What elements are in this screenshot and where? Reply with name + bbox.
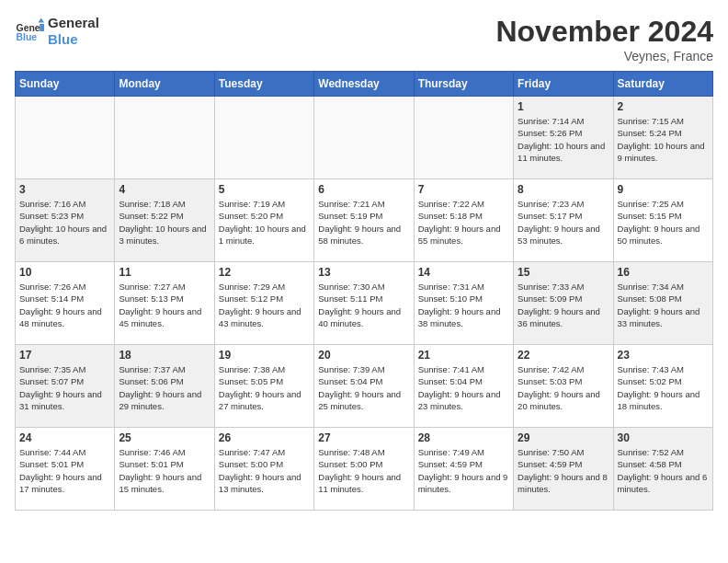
weekday-header-tuesday: Tuesday (214, 72, 313, 97)
calendar-day-cell: 18Sunrise: 7:37 AMSunset: 5:06 PMDayligh… (115, 345, 214, 428)
sunset-text: Sunset: 5:05 PM (219, 376, 283, 386)
day-number: 26 (219, 431, 310, 444)
sunrise-text: Sunrise: 7:18 AM (119, 199, 185, 209)
calendar-day-cell: 14Sunrise: 7:31 AMSunset: 5:10 PMDayligh… (414, 262, 513, 345)
sunrise-text: Sunrise: 7:23 AM (518, 199, 584, 209)
daylight-text: Daylight: 9 hours and 20 minutes. (518, 389, 600, 411)
sunrise-text: Sunrise: 7:37 AM (119, 364, 185, 374)
day-number: 13 (318, 266, 409, 279)
calendar-day-cell: 25Sunrise: 7:46 AMSunset: 5:01 PMDayligh… (115, 428, 214, 511)
sunrise-text: Sunrise: 7:16 AM (19, 199, 85, 209)
calendar-day-cell: 7Sunrise: 7:22 AMSunset: 5:18 PMDaylight… (414, 179, 513, 262)
title-block: November 2024 Veynes, France (495, 15, 713, 63)
calendar-day-cell: 10Sunrise: 7:26 AMSunset: 5:14 PMDayligh… (16, 262, 115, 345)
day-info: Sunrise: 7:15 AMSunset: 5:24 PMDaylight:… (618, 115, 709, 164)
daylight-text: Daylight: 10 hours and 9 minutes. (618, 141, 705, 163)
sunset-text: Sunset: 5:17 PM (518, 211, 582, 221)
sunrise-text: Sunrise: 7:47 AM (219, 447, 285, 457)
daylight-text: Daylight: 9 hours and 53 minutes. (518, 224, 600, 246)
calendar-day-cell: 12Sunrise: 7:29 AMSunset: 5:12 PMDayligh… (214, 262, 313, 345)
sunrise-text: Sunrise: 7:50 AM (518, 447, 584, 457)
daylight-text: Daylight: 9 hours and 6 minutes. (618, 472, 708, 494)
day-info: Sunrise: 7:19 AMSunset: 5:20 PMDaylight:… (219, 198, 310, 247)
daylight-text: Daylight: 9 hours and 48 minutes. (19, 306, 102, 328)
svg-marker-3 (40, 24, 44, 31)
daylight-text: Daylight: 9 hours and 45 minutes. (119, 306, 201, 328)
calendar-day-cell: 17Sunrise: 7:35 AMSunset: 5:07 PMDayligh… (16, 345, 115, 428)
day-info: Sunrise: 7:38 AMSunset: 5:05 PMDaylight:… (219, 363, 310, 412)
daylight-text: Daylight: 9 hours and 58 minutes. (318, 224, 401, 246)
sunrise-text: Sunrise: 7:44 AM (19, 447, 85, 457)
daylight-text: Daylight: 9 hours and 27 minutes. (219, 389, 301, 411)
day-number: 6 (318, 183, 409, 196)
day-number: 27 (318, 431, 409, 444)
sunrise-text: Sunrise: 7:26 AM (19, 282, 85, 292)
calendar-day-cell: 29Sunrise: 7:50 AMSunset: 4:59 PMDayligh… (514, 428, 613, 511)
calendar-day-cell: 19Sunrise: 7:38 AMSunset: 5:05 PMDayligh… (214, 345, 313, 428)
day-info: Sunrise: 7:43 AMSunset: 5:02 PMDaylight:… (618, 363, 709, 412)
day-number: 22 (518, 349, 609, 362)
sunset-text: Sunset: 4:59 PM (418, 459, 483, 469)
daylight-text: Daylight: 9 hours and 55 minutes. (418, 224, 501, 246)
sunset-text: Sunset: 5:03 PM (518, 376, 582, 386)
calendar-day-cell: 9Sunrise: 7:25 AMSunset: 5:15 PMDaylight… (613, 179, 712, 262)
calendar-day-cell: 23Sunrise: 7:43 AMSunset: 5:02 PMDayligh… (613, 345, 712, 428)
day-number: 21 (418, 349, 509, 362)
calendar-day-cell (414, 97, 513, 179)
day-info: Sunrise: 7:41 AMSunset: 5:04 PMDaylight:… (418, 363, 509, 412)
day-number: 2 (618, 100, 709, 113)
sunrise-text: Sunrise: 7:42 AM (518, 364, 584, 374)
day-number: 30 (618, 431, 709, 444)
day-info: Sunrise: 7:16 AMSunset: 5:23 PMDaylight:… (19, 198, 110, 247)
weekday-header-sunday: Sunday (16, 72, 115, 97)
day-info: Sunrise: 7:37 AMSunset: 5:06 PMDaylight:… (119, 363, 210, 412)
day-number: 15 (518, 266, 609, 279)
sunset-text: Sunset: 5:02 PM (618, 376, 682, 386)
day-info: Sunrise: 7:21 AMSunset: 5:19 PMDaylight:… (318, 198, 409, 247)
location: Veynes, France (495, 49, 713, 63)
day-number: 16 (618, 266, 709, 279)
sunrise-text: Sunrise: 7:27 AM (119, 282, 185, 292)
daylight-text: Daylight: 9 hours and 25 minutes. (318, 389, 401, 411)
day-number: 17 (19, 349, 110, 362)
day-info: Sunrise: 7:50 AMSunset: 4:59 PMDaylight:… (518, 446, 609, 495)
day-info: Sunrise: 7:44 AMSunset: 5:01 PMDaylight:… (19, 446, 110, 495)
day-info: Sunrise: 7:26 AMSunset: 5:14 PMDaylight:… (19, 281, 110, 329)
calendar-day-cell: 8Sunrise: 7:23 AMSunset: 5:17 PMDaylight… (514, 179, 613, 262)
calendar-day-cell: 20Sunrise: 7:39 AMSunset: 5:04 PMDayligh… (314, 345, 414, 428)
day-info: Sunrise: 7:52 AMSunset: 4:58 PMDaylight:… (618, 446, 709, 495)
daylight-text: Daylight: 9 hours and 50 minutes. (618, 224, 700, 246)
calendar-day-cell: 30Sunrise: 7:52 AMSunset: 4:58 PMDayligh… (613, 428, 712, 511)
sunrise-text: Sunrise: 7:39 AM (318, 364, 384, 374)
sunrise-text: Sunrise: 7:49 AM (418, 447, 484, 457)
daylight-text: Daylight: 10 hours and 3 minutes. (119, 224, 206, 246)
daylight-text: Daylight: 10 hours and 1 minute. (219, 224, 306, 246)
day-info: Sunrise: 7:47 AMSunset: 5:00 PMDaylight:… (219, 446, 310, 495)
weekday-header-thursday: Thursday (414, 72, 513, 97)
day-info: Sunrise: 7:49 AMSunset: 4:59 PMDaylight:… (418, 446, 509, 495)
day-info: Sunrise: 7:27 AMSunset: 5:13 PMDaylight:… (119, 281, 210, 329)
calendar-day-cell: 27Sunrise: 7:48 AMSunset: 5:00 PMDayligh… (314, 428, 414, 511)
daylight-text: Daylight: 9 hours and 8 minutes. (518, 472, 608, 494)
weekday-header-monday: Monday (115, 72, 214, 97)
calendar-day-cell: 2Sunrise: 7:15 AMSunset: 5:24 PMDaylight… (613, 97, 712, 179)
weekday-header-saturday: Saturday (613, 72, 712, 97)
sunrise-text: Sunrise: 7:52 AM (618, 447, 684, 457)
sunset-text: Sunset: 5:00 PM (219, 459, 283, 469)
calendar-day-cell: 5Sunrise: 7:19 AMSunset: 5:20 PMDaylight… (214, 179, 313, 262)
sunrise-text: Sunrise: 7:35 AM (19, 364, 85, 374)
calendar-day-cell: 11Sunrise: 7:27 AMSunset: 5:13 PMDayligh… (115, 262, 214, 345)
daylight-text: Daylight: 9 hours and 11 minutes. (318, 472, 401, 494)
sunset-text: Sunset: 4:58 PM (618, 459, 682, 469)
sunrise-text: Sunrise: 7:15 AM (618, 116, 684, 126)
calendar-day-cell: 21Sunrise: 7:41 AMSunset: 5:04 PMDayligh… (414, 345, 513, 428)
sunset-text: Sunset: 5:01 PM (119, 459, 183, 469)
svg-marker-2 (39, 18, 44, 23)
logo-blue-text: Blue (48, 31, 99, 48)
sunset-text: Sunset: 5:15 PM (618, 211, 682, 221)
calendar-day-cell: 6Sunrise: 7:21 AMSunset: 5:19 PMDaylight… (314, 179, 414, 262)
sunset-text: Sunset: 5:04 PM (318, 376, 382, 386)
sunrise-text: Sunrise: 7:31 AM (418, 282, 484, 292)
day-info: Sunrise: 7:14 AMSunset: 5:26 PMDaylight:… (518, 115, 609, 164)
day-info: Sunrise: 7:31 AMSunset: 5:10 PMDaylight:… (418, 281, 509, 329)
